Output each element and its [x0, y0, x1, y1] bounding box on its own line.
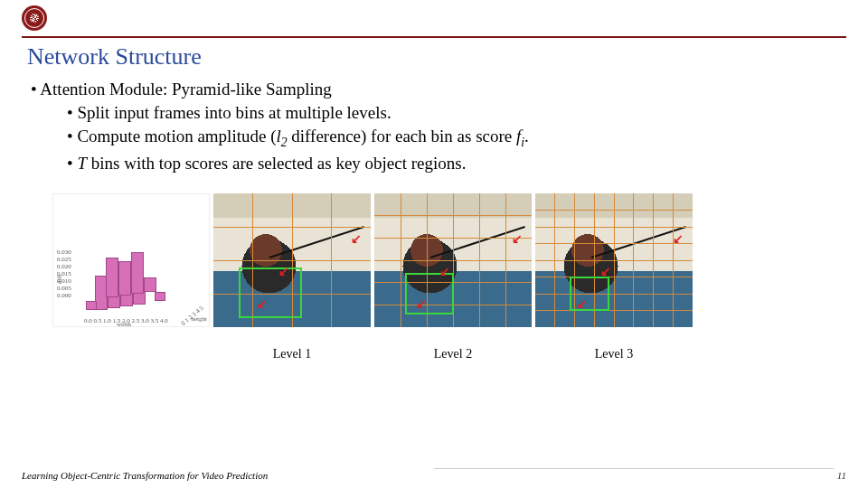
figure-level-3: ↙ ↙ ↙ Level 3 — [535, 193, 693, 361]
figure-3d-bar-chart: 0.0300.0250.0200.0150.0100.0050.000 0.0 … — [52, 193, 210, 327]
slide-footer: Learning Object-Centric Transformation f… — [0, 470, 868, 481]
slide-header — [0, 0, 868, 36]
slide-content: Attention Module: Pyramid-like Sampling … — [0, 80, 868, 174]
level3-image: ↙ ↙ ↙ — [535, 193, 693, 327]
bullet-main: Attention Module: Pyramid-like Sampling — [27, 80, 841, 99]
level2-label: Level 2 — [434, 347, 472, 361]
bullet-sub-2: Compute motion amplitude (l2 difference)… — [27, 127, 841, 150]
university-logo-icon — [22, 5, 47, 31]
level1-image: ↙ ↙ ↙ — [213, 193, 371, 327]
bar3d-chart: 0.0300.0250.0200.0150.0100.0050.000 0.0 … — [52, 193, 210, 327]
figure-level-1: ↙ ↙ ↙ Level 1 — [213, 193, 371, 361]
figure-level-2: ↙ ↙ ↙ Level 2 — [374, 193, 532, 361]
slide-title: Network Structure — [0, 43, 868, 80]
bullet-sub-1: Split input frames into bins at multiple… — [27, 103, 841, 123]
bullet-sub-3: T bins with top scores are selected as k… — [27, 154, 841, 174]
level2-image: ↙ ↙ ↙ — [374, 193, 532, 327]
level1-label: Level 1 — [273, 347, 311, 361]
page-number: 11 — [837, 470, 846, 481]
footer-title: Learning Object-Centric Transformation f… — [22, 470, 268, 481]
header-divider — [22, 36, 846, 38]
footer-divider — [434, 468, 834, 469]
figure-row: 0.0300.0250.0200.0150.0100.0050.000 0.0 … — [0, 177, 868, 361]
level3-label: Level 3 — [595, 347, 633, 361]
